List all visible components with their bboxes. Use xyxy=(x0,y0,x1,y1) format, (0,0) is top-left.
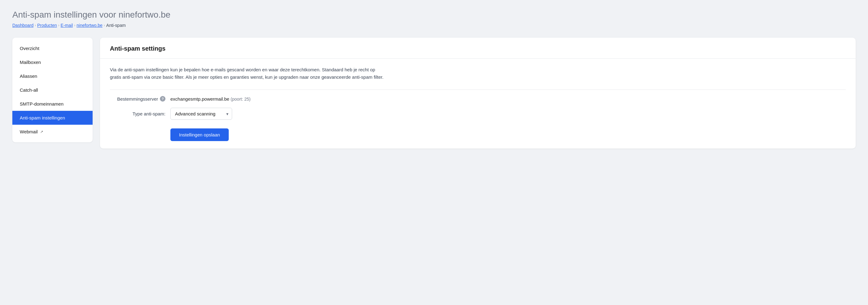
breadcrumb-domain[interactable]: ninefortwo.be xyxy=(76,23,102,28)
server-label: Bestemmingsserver ? xyxy=(110,96,165,101)
breadcrumb-sep-2: › xyxy=(58,23,59,28)
type-row: Type anti-spam: Basic scanningAdvanced s… xyxy=(110,108,846,120)
content-title: Anti-spam settings xyxy=(110,45,846,52)
page-title-domain: ninefortwo.be xyxy=(119,10,170,20)
breadcrumb-sep-4: › xyxy=(104,23,105,28)
type-select-wrapper: Basic scanningAdvanced scanning ▾ xyxy=(170,108,232,120)
breadcrumb-current: Anti-spam xyxy=(106,23,126,28)
sidebar-item-smtp[interactable]: SMTP-domeinnamen xyxy=(12,97,93,111)
type-select[interactable]: Basic scanningAdvanced scanning xyxy=(170,108,232,120)
breadcrumb-sep-3: › xyxy=(74,23,75,28)
sidebar: Overzicht Mailboxen Aliassen Catch-all S… xyxy=(12,38,93,142)
content-body: Via de anti-spam instellingen kun je bep… xyxy=(100,59,856,149)
breadcrumb-sep-1: › xyxy=(35,23,36,28)
server-port: (poort: 25) xyxy=(230,97,251,101)
page-title: Anti-spam instellingen voor ninefortwo.b… xyxy=(12,10,856,20)
content-description: Via de anti-spam instellingen kun je bep… xyxy=(110,66,388,81)
sidebar-item-mailboxen[interactable]: Mailboxen xyxy=(12,55,93,69)
breadcrumb-email[interactable]: E-mail xyxy=(61,23,73,28)
main-layout: Overzicht Mailboxen Aliassen Catch-all S… xyxy=(12,38,856,149)
breadcrumb-dashboard[interactable]: Dashboard xyxy=(12,23,34,28)
save-button-row: Instellingen opslaan xyxy=(110,126,846,141)
sidebar-item-catchall[interactable]: Catch-all xyxy=(12,83,93,97)
sidebar-item-overzicht[interactable]: Overzicht xyxy=(12,41,93,55)
sidebar-item-webmail[interactable]: Webmail ↗ xyxy=(12,125,93,139)
help-icon[interactable]: ? xyxy=(160,96,165,101)
sidebar-item-antispam[interactable]: Anti-spam instellingen xyxy=(12,111,93,125)
server-value: exchangesmtp.powermail.be (poort: 25) xyxy=(170,96,251,101)
breadcrumb: Dashboard › Producten › E-mail › ninefor… xyxy=(12,23,856,28)
server-row: Bestemmingsserver ? exchangesmtp.powerma… xyxy=(110,96,846,101)
type-label: Type anti-spam: xyxy=(110,111,165,116)
content-header: Anti-spam settings xyxy=(100,38,856,59)
page-title-bold: Anti-spam instellingen voor xyxy=(12,10,116,20)
external-link-icon: ↗ xyxy=(40,130,43,134)
save-button[interactable]: Instellingen opslaan xyxy=(170,128,229,141)
form-divider xyxy=(110,90,846,90)
breadcrumb-producten[interactable]: Producten xyxy=(37,23,57,28)
content-panel: Anti-spam settings Via de anti-spam inst… xyxy=(100,38,856,149)
sidebar-item-aliassen[interactable]: Aliassen xyxy=(12,69,93,83)
